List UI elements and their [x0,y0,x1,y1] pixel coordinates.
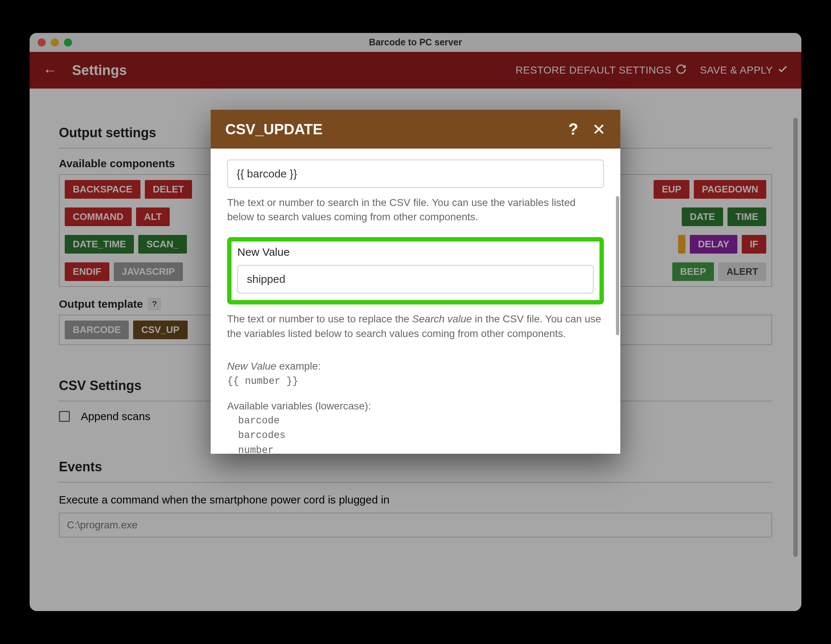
new-value-highlight: New Value [227,237,604,304]
example-block: New Value example: {{ number }} [227,359,604,389]
modal-close-icon[interactable]: ✕ [592,120,606,139]
available-variables-label: Available variables (lowercase): [227,400,371,412]
modal-help-icon[interactable]: ? [568,120,578,139]
var-number: number [238,443,604,454]
available-variables-block: Available variables (lowercase): barcode… [227,399,604,454]
modal-scrollbar[interactable] [616,196,619,335]
search-value-help: The text or number to search in the CSV … [227,195,604,224]
var-barcodes: barcodes [238,428,604,443]
modal-header-icons: ? ✕ [568,120,606,139]
new-value-help-italic: Search value [412,313,472,325]
var-barcode: barcode [238,413,604,429]
new-value-help-pre: The text or number to use to replace the [227,313,412,325]
search-value-input[interactable] [227,159,604,188]
app-window: Barcode to PC server ← Settings RESTORE … [30,33,801,611]
example-code: {{ number }} [227,376,298,387]
csv-update-modal: CSV_UPDATE ? ✕ The text or number to sea… [211,110,620,454]
example-label-italic: New Value [227,360,276,372]
modal-title: CSV_UPDATE [225,121,568,137]
variable-list: barcode barcodes number text timestamp [238,413,604,454]
new-value-help: The text or number to use to replace the… [227,312,604,340]
modal-overlay[interactable]: CSV_UPDATE ? ✕ The text or number to sea… [30,33,801,611]
modal-body: The text or number to search in the CSV … [211,148,620,454]
new-value-label: New Value [237,246,594,258]
example-label-post: example: [276,360,320,372]
new-value-input[interactable] [237,265,594,293]
modal-header: CSV_UPDATE ? ✕ [211,110,620,148]
